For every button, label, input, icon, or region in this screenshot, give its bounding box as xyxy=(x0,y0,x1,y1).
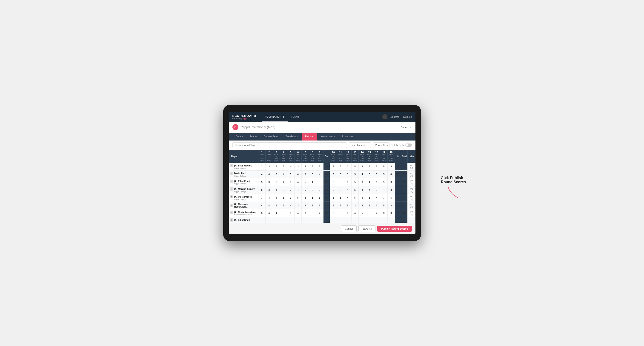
hole-6-score[interactable] xyxy=(294,209,302,217)
hole-12-score[interactable] xyxy=(344,202,351,209)
hole-4-score[interactable] xyxy=(280,202,287,209)
tab-leaderboards[interactable]: Leaderboards xyxy=(316,133,339,141)
hole-4-score[interactable] xyxy=(280,194,287,202)
hole-18-score[interactable] xyxy=(388,186,394,194)
hole-16-score[interactable] xyxy=(373,202,380,209)
dq-label[interactable]: DQ xyxy=(410,167,413,169)
nav-tournaments[interactable]: TOURNAMENTS xyxy=(262,112,288,122)
hole-3-score[interactable] xyxy=(273,194,280,202)
hole-1-score[interactable] xyxy=(258,178,265,186)
hole-9-score[interactable] xyxy=(316,217,323,223)
hole-15-score[interactable] xyxy=(366,163,373,171)
hole-14-score[interactable] xyxy=(359,217,366,223)
hole-13-score[interactable] xyxy=(351,178,358,186)
totals-only-switch[interactable] xyxy=(405,144,412,147)
hole-18-score[interactable] xyxy=(388,202,394,209)
hole-14-score[interactable] xyxy=(359,186,366,194)
hole-5-score[interactable] xyxy=(287,178,294,186)
hole-6-score[interactable] xyxy=(294,178,302,186)
hole-14-score[interactable] xyxy=(359,178,366,186)
hole-14-score[interactable] xyxy=(359,202,366,209)
hole-13-score[interactable] xyxy=(351,202,358,209)
hole-1-score[interactable] xyxy=(258,202,265,209)
hole-5-score[interactable] xyxy=(287,217,294,223)
hole-1-score[interactable] xyxy=(258,171,265,178)
wd-label[interactable]: WD xyxy=(410,211,413,213)
hole-17-score[interactable] xyxy=(380,163,388,171)
hole-13-score[interactable] xyxy=(351,171,358,178)
tab-course-setup[interactable]: Course Setup xyxy=(260,133,282,141)
hole-6-score[interactable] xyxy=(294,163,302,171)
hole-6-score[interactable] xyxy=(294,202,302,209)
hole-7-score[interactable] xyxy=(302,194,309,202)
tab-teams[interactable]: Teams xyxy=(246,133,260,141)
hole-14-score[interactable] xyxy=(359,171,366,178)
dq-label[interactable]: DQ xyxy=(410,175,413,177)
tab-tee-groups[interactable]: Tee Groups xyxy=(282,133,302,141)
hole-13-score[interactable] xyxy=(351,186,358,194)
footer-cancel-button[interactable]: Cancel xyxy=(341,225,356,232)
hole-9-score[interactable] xyxy=(316,194,323,202)
hole-1-score[interactable] xyxy=(258,163,265,171)
hole-17-score[interactable] xyxy=(380,209,388,217)
hole-12-score[interactable] xyxy=(344,209,351,217)
hole-15-score[interactable] xyxy=(366,209,373,217)
hole-16-score[interactable] xyxy=(373,209,380,217)
hole-6-score[interactable] xyxy=(294,194,302,202)
hole-8-score[interactable] xyxy=(309,171,316,178)
dq-label[interactable]: DQ xyxy=(410,190,413,193)
hole-4-score[interactable] xyxy=(280,171,287,178)
hole-14-score[interactable] xyxy=(359,209,366,217)
hole-15-score[interactable] xyxy=(366,171,373,178)
hole-11-score[interactable] xyxy=(337,178,344,186)
hole-15-score[interactable] xyxy=(366,202,373,209)
hole-16-score[interactable] xyxy=(373,194,380,202)
hole-4-score[interactable] xyxy=(280,209,287,217)
hole-17-score[interactable] xyxy=(380,186,388,194)
hole-7-score[interactable] xyxy=(302,209,309,217)
hole-16-score[interactable] xyxy=(373,178,380,186)
nav-teams[interactable]: TEAMS xyxy=(288,112,303,122)
hole-10-score[interactable] xyxy=(330,209,337,217)
hole-8-score[interactable] xyxy=(309,217,316,223)
hole-10-score[interactable] xyxy=(330,171,337,178)
hole-6-score[interactable] xyxy=(294,217,302,223)
hole-7-score[interactable] xyxy=(302,217,309,223)
hole-12-score[interactable] xyxy=(344,178,351,186)
hole-5-score[interactable] xyxy=(287,202,294,209)
hole-9-score[interactable] xyxy=(316,178,323,186)
hole-2-score[interactable] xyxy=(266,186,273,194)
round-select[interactable]: Round 3 xyxy=(373,142,390,148)
dq-label[interactable]: DQ xyxy=(410,198,413,200)
hole-9-score[interactable] xyxy=(316,209,323,217)
filter-team-select[interactable]: Filter by team xyxy=(349,142,371,148)
hole-9-score[interactable] xyxy=(316,163,323,171)
sign-out-link[interactable]: Sign out xyxy=(403,116,412,118)
tab-results[interactable]: Results xyxy=(302,133,317,141)
hole-16-score[interactable] xyxy=(373,186,380,194)
hole-1-score[interactable] xyxy=(258,217,265,223)
wd-label[interactable]: WD xyxy=(410,203,413,205)
tab-printables[interactable]: Printables xyxy=(339,133,356,141)
hole-11-score[interactable] xyxy=(337,186,344,194)
hole-18-score[interactable] xyxy=(388,178,394,186)
hole-3-score[interactable] xyxy=(273,209,280,217)
hole-11-score[interactable] xyxy=(337,194,344,202)
hole-2-score[interactable] xyxy=(266,194,273,202)
hole-17-score[interactable] xyxy=(380,178,388,186)
hole-13-score[interactable] xyxy=(351,194,358,202)
hole-6-score[interactable] xyxy=(294,171,302,178)
hole-1-score[interactable] xyxy=(258,209,265,217)
hole-6-score[interactable] xyxy=(294,186,302,194)
hole-5-score[interactable] xyxy=(287,209,294,217)
hole-2-score[interactable] xyxy=(266,171,273,178)
hole-2-score[interactable] xyxy=(266,163,273,171)
hole-16-score[interactable] xyxy=(373,217,380,223)
search-input[interactable] xyxy=(232,142,347,148)
hole-3-score[interactable] xyxy=(273,171,280,178)
hole-2-score[interactable] xyxy=(266,202,273,209)
hole-10-score[interactable] xyxy=(330,217,337,223)
hole-13-score[interactable] xyxy=(351,209,358,217)
hole-7-score[interactable] xyxy=(302,178,309,186)
hole-17-score[interactable] xyxy=(380,171,388,178)
